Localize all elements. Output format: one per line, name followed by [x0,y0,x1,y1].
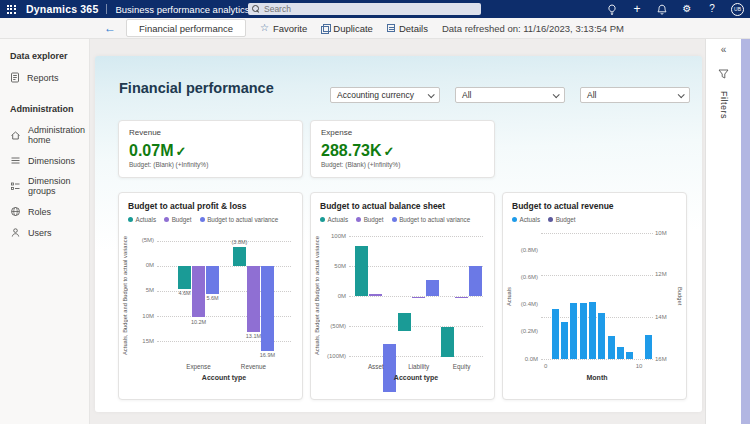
dropdown-value: All [587,90,596,100]
bar-budget[interactable] [247,266,260,332]
global-search[interactable] [248,3,481,15]
legend-dot [548,217,553,222]
bar-budget[interactable] [192,266,205,317]
user-avatar[interactable]: UB [731,3,744,16]
favorite-label: Favorite [273,23,307,34]
chevron-down-icon [678,91,685,98]
app-window: Dynamics 365 Business performance analyt… [0,0,750,424]
sidebar-item-reports[interactable]: Reports [0,67,89,88]
bar-actuals[interactable] [561,322,568,359]
settings-gear-icon[interactable]: ⚙ [681,3,693,15]
search-input[interactable] [264,4,464,14]
lightbulb-icon[interactable] [606,3,618,15]
bar-actuals[interactable] [398,313,411,330]
bar-actuals[interactable] [626,352,633,359]
chart-legend: ActualsBudget [512,216,576,223]
filter-funnel-icon[interactable] [718,65,729,83]
bar-actuals[interactable] [178,266,191,289]
filters-rail[interactable]: « Filters [705,39,741,424]
chart-plot: (0.8M)(0.6M)(0.4M)(0.2M)0.0M10M12M14M16M… [541,233,653,359]
legend-item-budget-to-actual-variance[interactable]: Budget to actual variance [392,216,471,223]
y-axis-tick: 100M [319,233,346,239]
legend-item-actuals[interactable]: Actuals [512,216,540,223]
add-icon[interactable]: + [631,3,643,15]
bar-data-label: 5.6M [198,295,228,301]
bar-actuals[interactable] [617,347,624,359]
waffle-menu-icon[interactable] [2,0,20,18]
bar-actuals[interactable] [608,336,615,359]
sidebar-item-users[interactable]: Users [0,222,89,243]
report-tab-financial-performance[interactable]: Financial performance [126,19,246,37]
details-button[interactable]: Details [387,23,428,34]
sidebar-item-label: Roles [28,207,51,217]
bar-budget-to-actual-variance[interactable] [206,266,219,294]
bar-budget[interactable] [455,297,468,298]
sidebar-item-dimensions[interactable]: Dimensions [0,150,89,171]
dropdown-filter-3[interactable]: All [580,87,690,103]
x-category-label: Revenue [231,363,275,370]
sidebar-item-label: Administration home [28,125,85,145]
duplicate-button[interactable]: Duplicate [321,23,373,34]
bar-actuals[interactable] [233,247,246,266]
app-name[interactable]: Dynamics 365 [26,3,98,15]
vertical-scrollbar[interactable] [741,39,750,424]
sidebar-item-roles[interactable]: Roles [0,201,89,222]
y-axis-tick: (0.6M) [511,274,538,280]
bar-actuals[interactable] [441,327,454,358]
gridline [349,266,483,267]
bar-budget-to-actual-variance[interactable] [426,280,439,296]
favorite-button[interactable]: ☆ Favorite [260,23,307,34]
expand-pane-icon[interactable]: « [721,45,727,55]
x-axis-title: Account type [157,374,291,381]
search-icon [252,5,260,13]
gridline [349,236,483,237]
bar-actuals[interactable] [645,335,652,359]
gridline [349,326,483,327]
bar-actuals[interactable] [580,303,587,359]
x-axis-tick: 10 [629,363,649,369]
help-icon[interactable]: ? [706,3,718,15]
sidebar-item-administration-home[interactable]: Administration home [0,120,89,150]
chart-card-profit-loss: Budget to actual profit & loss ActualsBu… [118,192,303,400]
y-axis-title: Actuals, Budget and Budget to actual var… [122,233,128,359]
y-axis-tick: (100M) [319,353,346,359]
home-icon [10,130,21,141]
legend-item-budget-to-actual-variance[interactable]: Budget to actual variance [200,216,279,223]
y-axis-tick: 50M [319,263,346,269]
chart-card-balance-sheet: Budget to actual balance sheet ActualsBu… [310,192,495,400]
back-arrow-icon[interactable]: ← [104,22,116,34]
legend-item-actuals[interactable]: Actuals [320,216,348,223]
bar-budget-to-actual-variance[interactable] [469,266,482,296]
kpi-subtext: Budget: (Blank) (+Infinity%) [321,161,484,168]
bar-budget[interactable] [412,297,425,298]
gridline [541,233,653,234]
dimensions-icon [10,155,21,166]
chevron-down-icon [428,91,435,98]
bar-actuals[interactable] [589,302,596,359]
legend-dot [512,217,517,222]
y-axis-tick: (0.4M) [511,301,538,307]
legend-item-budget[interactable]: Budget [548,216,575,223]
legend-item-budget[interactable]: Budget [356,216,383,223]
notifications-bell-icon[interactable] [656,3,668,15]
y-axis-tick: 15M [127,338,154,344]
bar-actuals[interactable] [570,303,577,359]
bar-budget[interactable] [369,294,382,296]
left-sidebar: Data explorer Reports Administration Adm… [0,39,90,424]
bar-actuals[interactable] [552,309,559,359]
bar-actuals[interactable] [355,246,368,296]
x-axis-tick: 0 [536,363,556,369]
copy-icon [321,24,329,33]
bar-budget-to-actual-variance[interactable] [261,266,274,351]
dropdown-filter-2[interactable]: All [455,87,565,103]
x-axis-title: Month [541,374,653,381]
data-refreshed-text: Data refreshed on: 11/16/2023, 3:13:54 P… [442,23,624,34]
legend-item-budget[interactable]: Budget [164,216,191,223]
details-icon [387,24,395,32]
bar-data-label: 10.2M [184,319,214,325]
legend-label: Budget [172,216,192,223]
legend-item-actuals[interactable]: Actuals [128,216,156,223]
sidebar-item-dimension-groups[interactable]: Dimension groups [0,171,89,201]
dropdown-accounting-currency[interactable]: Accounting currency [330,87,440,103]
bar-actuals[interactable] [598,313,605,359]
